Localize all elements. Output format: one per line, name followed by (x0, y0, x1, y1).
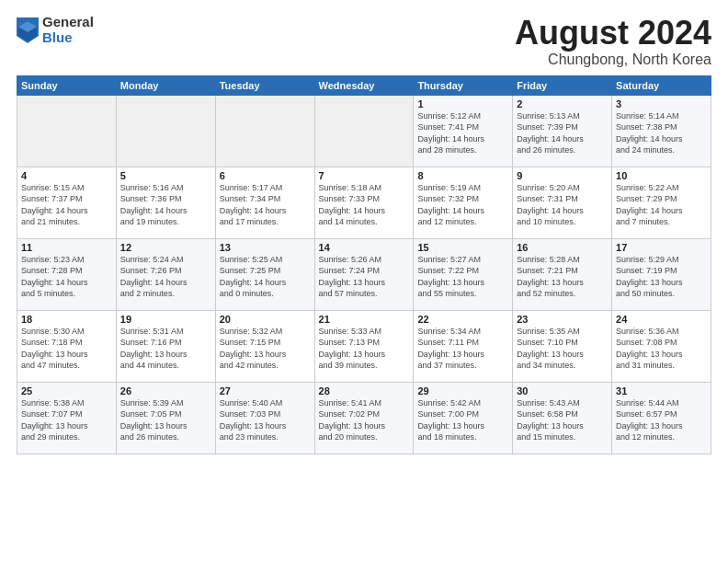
day-number: 6 (220, 170, 311, 181)
day-cell: 26Sunrise: 5:39 AM Sunset: 7:05 PM Dayli… (116, 382, 215, 454)
day-info: Sunrise: 5:20 AM Sunset: 7:31 PM Dayligh… (517, 182, 608, 228)
col-friday: Friday (513, 75, 612, 95)
col-sunday: Sunday (17, 75, 117, 95)
day-info: Sunrise: 5:28 AM Sunset: 7:21 PM Dayligh… (517, 254, 608, 300)
day-number: 27 (220, 385, 311, 396)
day-number: 31 (616, 385, 707, 396)
day-cell: 4Sunrise: 5:15 AM Sunset: 7:37 PM Daylig… (17, 167, 117, 238)
day-cell: 20Sunrise: 5:32 AM Sunset: 7:15 PM Dayli… (215, 310, 314, 382)
day-info: Sunrise: 5:15 AM Sunset: 7:37 PM Dayligh… (21, 182, 112, 228)
day-cell: 28Sunrise: 5:41 AM Sunset: 7:02 PM Dayli… (314, 382, 414, 454)
calendar-header-row: Sunday Monday Tuesday Wednesday Thursday… (17, 75, 711, 95)
day-cell: 12Sunrise: 5:24 AM Sunset: 7:26 PM Dayli… (116, 238, 215, 310)
col-monday: Monday (116, 75, 215, 95)
day-cell: 8Sunrise: 5:19 AM Sunset: 7:32 PM Daylig… (414, 167, 513, 238)
day-cell: 13Sunrise: 5:25 AM Sunset: 7:25 PM Dayli… (215, 238, 314, 310)
day-cell: 5Sunrise: 5:16 AM Sunset: 7:36 PM Daylig… (116, 167, 215, 238)
logo: General Blue (17, 15, 94, 45)
day-info: Sunrise: 5:12 AM Sunset: 7:41 PM Dayligh… (417, 110, 508, 156)
day-cell: 14Sunrise: 5:26 AM Sunset: 7:24 PM Dayli… (314, 238, 414, 310)
week-row-5: 25Sunrise: 5:38 AM Sunset: 7:07 PM Dayli… (17, 382, 711, 454)
col-saturday: Saturday (612, 75, 711, 95)
day-info: Sunrise: 5:43 AM Sunset: 6:58 PM Dayligh… (517, 397, 608, 443)
page: General Blue August 2024 Chungbong, Nort… (0, 0, 728, 563)
day-info: Sunrise: 5:34 AM Sunset: 7:11 PM Dayligh… (417, 326, 508, 372)
day-info: Sunrise: 5:44 AM Sunset: 6:57 PM Dayligh… (616, 397, 707, 443)
day-number: 7 (319, 170, 410, 181)
day-info: Sunrise: 5:29 AM Sunset: 7:19 PM Dayligh… (616, 254, 707, 300)
header: General Blue August 2024 Chungbong, Nort… (17, 15, 711, 68)
title-month: August 2024 (515, 15, 711, 52)
day-number: 5 (120, 170, 211, 181)
day-cell: 3Sunrise: 5:14 AM Sunset: 7:38 PM Daylig… (612, 95, 711, 167)
day-cell: 10Sunrise: 5:22 AM Sunset: 7:29 PM Dayli… (612, 167, 711, 238)
calendar-table: Sunday Monday Tuesday Wednesday Thursday… (17, 75, 711, 454)
day-info: Sunrise: 5:31 AM Sunset: 7:16 PM Dayligh… (120, 326, 211, 372)
title-block: August 2024 Chungbong, North Korea (515, 15, 711, 68)
logo-general: General (42, 15, 94, 30)
day-number: 24 (616, 314, 707, 325)
day-cell: 30Sunrise: 5:43 AM Sunset: 6:58 PM Dayli… (513, 382, 612, 454)
day-number: 2 (517, 98, 608, 109)
day-info: Sunrise: 5:27 AM Sunset: 7:22 PM Dayligh… (417, 254, 508, 300)
day-cell: 21Sunrise: 5:33 AM Sunset: 7:13 PM Dayli… (314, 310, 414, 382)
day-cell: 25Sunrise: 5:38 AM Sunset: 7:07 PM Dayli… (17, 382, 117, 454)
week-row-3: 11Sunrise: 5:23 AM Sunset: 7:28 PM Dayli… (17, 238, 711, 310)
day-cell: 19Sunrise: 5:31 AM Sunset: 7:16 PM Dayli… (116, 310, 215, 382)
day-info: Sunrise: 5:41 AM Sunset: 7:02 PM Dayligh… (319, 397, 410, 443)
day-info: Sunrise: 5:35 AM Sunset: 7:10 PM Dayligh… (517, 326, 608, 372)
day-cell: 1Sunrise: 5:12 AM Sunset: 7:41 PM Daylig… (414, 95, 513, 167)
day-number: 12 (120, 242, 211, 253)
day-number: 16 (517, 242, 608, 253)
day-info: Sunrise: 5:14 AM Sunset: 7:38 PM Dayligh… (616, 110, 707, 156)
day-number: 10 (616, 170, 707, 181)
day-info: Sunrise: 5:38 AM Sunset: 7:07 PM Dayligh… (21, 397, 112, 443)
day-number: 1 (417, 98, 508, 109)
day-cell: 17Sunrise: 5:29 AM Sunset: 7:19 PM Dayli… (612, 238, 711, 310)
day-info: Sunrise: 5:17 AM Sunset: 7:34 PM Dayligh… (220, 182, 311, 228)
day-number: 21 (319, 314, 410, 325)
day-info: Sunrise: 5:25 AM Sunset: 7:25 PM Dayligh… (220, 254, 311, 300)
day-number: 19 (120, 314, 211, 325)
day-number: 17 (616, 242, 707, 253)
day-number: 13 (220, 242, 311, 253)
day-info: Sunrise: 5:19 AM Sunset: 7:32 PM Dayligh… (417, 182, 508, 228)
day-cell: 9Sunrise: 5:20 AM Sunset: 7:31 PM Daylig… (513, 167, 612, 238)
day-info: Sunrise: 5:39 AM Sunset: 7:05 PM Dayligh… (120, 397, 211, 443)
day-number: 11 (21, 242, 112, 253)
logo-blue: Blue (42, 30, 94, 46)
day-info: Sunrise: 5:40 AM Sunset: 7:03 PM Dayligh… (220, 397, 311, 443)
day-number: 3 (616, 98, 707, 109)
day-number: 29 (417, 385, 508, 396)
day-info: Sunrise: 5:36 AM Sunset: 7:08 PM Dayligh… (616, 326, 707, 372)
day-number: 18 (21, 314, 112, 325)
day-info: Sunrise: 5:24 AM Sunset: 7:26 PM Dayligh… (120, 254, 211, 300)
day-cell: 31Sunrise: 5:44 AM Sunset: 6:57 PM Dayli… (612, 382, 711, 454)
day-number: 25 (21, 385, 112, 396)
day-cell (314, 95, 414, 167)
col-thursday: Thursday (414, 75, 513, 95)
day-cell (116, 95, 215, 167)
col-tuesday: Tuesday (215, 75, 314, 95)
day-info: Sunrise: 5:23 AM Sunset: 7:28 PM Dayligh… (21, 254, 112, 300)
day-info: Sunrise: 5:32 AM Sunset: 7:15 PM Dayligh… (220, 326, 311, 372)
day-number: 23 (517, 314, 608, 325)
day-number: 28 (319, 385, 410, 396)
day-cell: 16Sunrise: 5:28 AM Sunset: 7:21 PM Dayli… (513, 238, 612, 310)
day-number: 15 (417, 242, 508, 253)
day-info: Sunrise: 5:18 AM Sunset: 7:33 PM Dayligh… (319, 182, 410, 228)
day-info: Sunrise: 5:16 AM Sunset: 7:36 PM Dayligh… (120, 182, 211, 228)
day-cell: 29Sunrise: 5:42 AM Sunset: 7:00 PM Dayli… (414, 382, 513, 454)
day-info: Sunrise: 5:22 AM Sunset: 7:29 PM Dayligh… (616, 182, 707, 228)
day-info: Sunrise: 5:42 AM Sunset: 7:00 PM Dayligh… (417, 397, 508, 443)
title-location: Chungbong, North Korea (515, 52, 711, 68)
day-cell: 27Sunrise: 5:40 AM Sunset: 7:03 PM Dayli… (215, 382, 314, 454)
day-number: 8 (417, 170, 508, 181)
day-info: Sunrise: 5:30 AM Sunset: 7:18 PM Dayligh… (21, 326, 112, 372)
day-cell: 23Sunrise: 5:35 AM Sunset: 7:10 PM Dayli… (513, 310, 612, 382)
day-cell: 18Sunrise: 5:30 AM Sunset: 7:18 PM Dayli… (17, 310, 117, 382)
day-number: 22 (417, 314, 508, 325)
day-cell: 6Sunrise: 5:17 AM Sunset: 7:34 PM Daylig… (215, 167, 314, 238)
logo-text: General Blue (42, 15, 94, 45)
day-number: 14 (319, 242, 410, 253)
